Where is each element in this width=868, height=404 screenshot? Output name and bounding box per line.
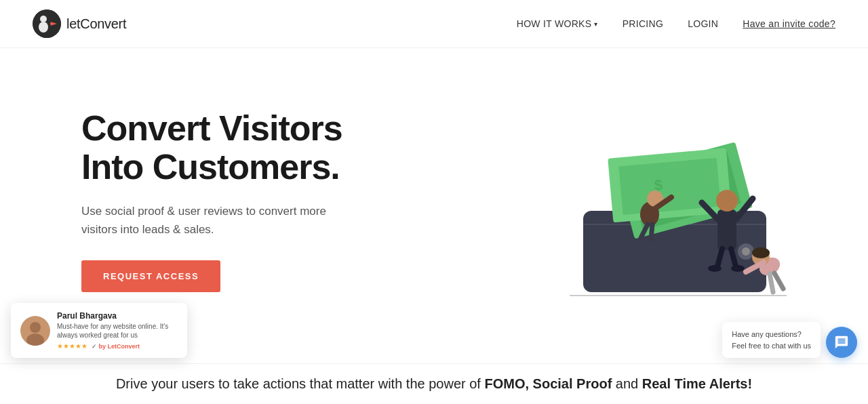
chat-bubble: Have any questions? Feel free to chat wi…: [722, 322, 821, 358]
nav-pricing[interactable]: PRICING: [623, 18, 663, 29]
fomo-highlight: FOMO, Social Proof: [485, 376, 612, 391]
svg-line-19: [651, 224, 652, 239]
svg-point-35: [30, 322, 41, 333]
logo-icon: [33, 9, 61, 38]
nav-how-it-works[interactable]: HOW IT WORKS ▾: [517, 18, 598, 29]
bottom-banner: Drive your users to take actions that ma…: [0, 363, 868, 404]
popup-brand: ✓ by LetConvert: [92, 343, 140, 350]
social-proof-popup: Parul Bhargava Must-have for any website…: [11, 303, 187, 358]
hero-illustration: $: [529, 89, 814, 312]
chat-widget: Have any questions? Feel free to chat wi…: [722, 322, 857, 358]
svg-line-32: [774, 273, 783, 289]
logo-text: letConvert: [66, 16, 126, 32]
svg-point-27: [731, 265, 745, 272]
svg-point-2: [39, 22, 48, 33]
svg-point-8: [742, 247, 750, 256]
chat-icon: [834, 335, 849, 350]
chat-open-button[interactable]: [826, 327, 857, 358]
svg-point-1: [40, 16, 47, 22]
hero-title: Convert Visitors Into Customers.: [81, 109, 342, 186]
nav-links: HOW IT WORKS ▾ PRICING LOGIN Have an inv…: [517, 18, 835, 29]
svg-point-26: [708, 265, 722, 272]
star-rating: ★★★★★: [57, 342, 87, 350]
hero-subtitle: Use social proof & user reviews to conve…: [81, 202, 339, 239]
realtime-highlight: Real Time Alerts!: [642, 376, 752, 391]
popup-reviewer-name: Parul Bhargava: [57, 311, 178, 321]
chat-line2: Feel free to chat with us: [732, 340, 811, 352]
svg-point-21: [716, 190, 738, 211]
request-access-button[interactable]: REQUEST ACCESS: [81, 260, 220, 292]
svg-rect-4: [50, 23, 54, 24]
chevron-down-icon: ▾: [594, 20, 597, 28]
navbar: letConvert HOW IT WORKS ▾ PRICING LOGIN …: [0, 0, 868, 48]
nav-invite[interactable]: Have an invite code?: [743, 18, 835, 29]
logo[interactable]: letConvert: [33, 9, 126, 38]
svg-rect-20: [717, 209, 736, 250]
svg-point-30: [752, 247, 770, 258]
avatar: [20, 316, 50, 346]
hero-content: Convert Visitors Into Customers. Use soc…: [81, 109, 342, 292]
chat-line1: Have any questions?: [732, 329, 811, 340]
svg-line-33: [770, 274, 773, 292]
popup-content: Parul Bhargava Must-have for any website…: [57, 311, 178, 350]
popup-review-text: Must-have for any website online. It's a…: [57, 322, 178, 340]
hero-section: Convert Visitors Into Customers. Use soc…: [0, 48, 868, 340]
nav-login[interactable]: LOGIN: [688, 18, 718, 29]
popup-footer: ★★★★★ ✓ by LetConvert: [57, 342, 178, 350]
